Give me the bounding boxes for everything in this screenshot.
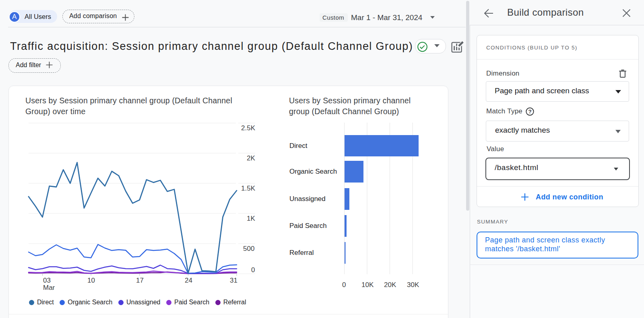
svg-text:?: ? bbox=[528, 109, 531, 115]
